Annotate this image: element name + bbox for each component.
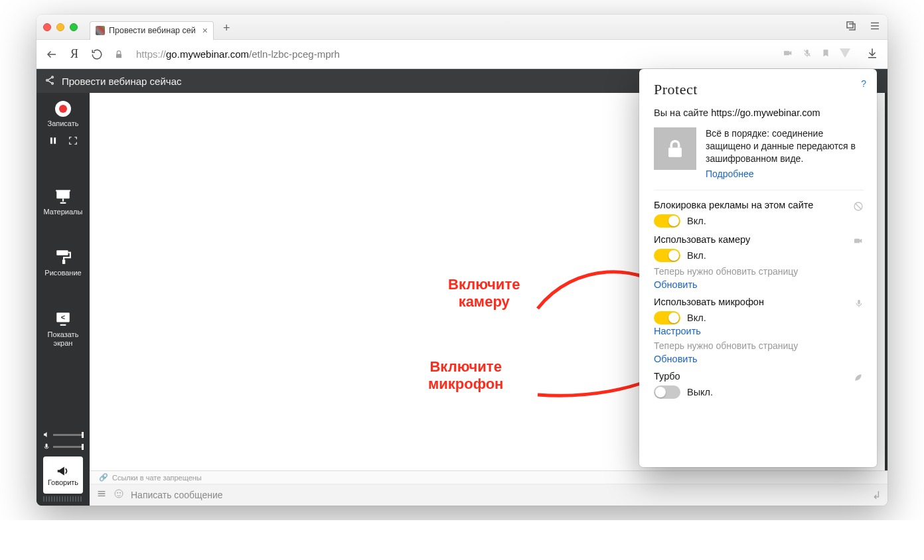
url-field[interactable]: https://go.mywebinar.com/etln-lzbc-pceg-… xyxy=(114,46,772,62)
url-scheme: https:// xyxy=(136,48,166,60)
record-button[interactable]: Записать xyxy=(37,97,90,132)
share-screen-icon: < xyxy=(54,309,72,328)
titlebar: Провести вебинар сей × + xyxy=(37,15,887,40)
svg-point-14 xyxy=(52,82,54,84)
camera-status-icon[interactable] xyxy=(783,48,793,61)
maximize-window-button[interactable] xyxy=(70,23,78,31)
back-button[interactable] xyxy=(46,48,58,60)
send-icon[interactable]: ↲ xyxy=(872,489,881,502)
mic-status-icon[interactable] xyxy=(803,48,812,61)
resize-grip[interactable] xyxy=(43,496,83,502)
camera-toggle[interactable] xyxy=(654,249,680,262)
tab-title: Провести вебинар сей xyxy=(109,26,196,35)
share-icon[interactable] xyxy=(44,75,55,88)
downloads-button[interactable] xyxy=(866,47,878,62)
megaphone-icon xyxy=(56,464,70,478)
svg-rect-23 xyxy=(56,251,68,256)
url-domain: go.mywebinar.com xyxy=(166,48,249,60)
close-window-button[interactable] xyxy=(43,23,51,31)
svg-rect-17 xyxy=(50,137,52,143)
panel-title: Protect xyxy=(654,81,864,98)
protect-panel: ? Protect Вы на сайте https://go.mywebin… xyxy=(639,69,877,467)
chat-area: 🔗 Ссылки в чате запрещены ↲ xyxy=(90,470,887,506)
mic-toggle[interactable] xyxy=(654,311,680,324)
security-more-link[interactable]: Подробнее xyxy=(706,168,864,180)
mic-refresh-link[interactable]: Обновить xyxy=(654,354,864,364)
browser-tab[interactable]: Провести вебинар сей × xyxy=(90,21,214,40)
setting-turbo: Турбо Выкл. xyxy=(654,371,864,399)
setting-camera: Использовать камеру Вкл. Теперь нужно об… xyxy=(654,234,864,290)
svg-rect-24 xyxy=(62,260,65,265)
paint-roller-icon xyxy=(54,247,72,266)
materials-button[interactable]: Материалы xyxy=(37,182,90,220)
svg-point-13 xyxy=(46,79,48,81)
panel-indicator xyxy=(840,48,850,58)
annotation-camera: Включитекамеру xyxy=(448,276,520,311)
lock-icon[interactable] xyxy=(114,46,129,62)
tab-close-button[interactable]: × xyxy=(202,25,208,36)
mic-volume-slider[interactable] xyxy=(42,443,84,451)
svg-rect-5 xyxy=(116,54,121,58)
speaker-volume-slider[interactable] xyxy=(42,431,84,439)
svg-point-36 xyxy=(119,492,120,493)
setting-microphone: Использовать микрофон Вкл. Настроить Теп… xyxy=(654,297,864,364)
emoji-icon[interactable] xyxy=(114,488,124,502)
adblock-toggle[interactable] xyxy=(654,214,680,228)
url-path: /etln-lzbc-pceg-mprh xyxy=(249,48,340,60)
camera-refresh-link[interactable]: Обновить xyxy=(654,279,864,290)
new-tab-button[interactable]: + xyxy=(219,21,234,35)
chat-hint: 🔗 Ссылки в чате запрещены xyxy=(90,471,887,484)
svg-point-35 xyxy=(117,492,117,493)
drawing-button[interactable]: Рисование xyxy=(37,244,90,281)
setting-adblock: Блокировка рекламы на этом сайте Вкл. xyxy=(654,200,864,228)
yandex-home-button[interactable]: Я xyxy=(68,48,80,60)
svg-rect-28 xyxy=(46,444,48,448)
pause-button[interactable] xyxy=(48,136,58,147)
collections-icon[interactable] xyxy=(845,20,857,35)
speak-button[interactable]: Говорить xyxy=(43,456,83,494)
tab-favicon xyxy=(96,26,105,35)
chat-input[interactable] xyxy=(131,490,866,500)
svg-point-12 xyxy=(52,76,54,78)
svg-text:<: < xyxy=(61,313,65,321)
svg-line-15 xyxy=(48,78,51,80)
webinar-title: Провести вебинар сейчас xyxy=(62,76,181,87)
annotation-mic: Включитемикрофон xyxy=(428,358,503,393)
svg-rect-0 xyxy=(847,22,853,28)
minimize-window-button[interactable] xyxy=(56,23,64,31)
panel-site-label: Вы на сайте https://go.mywebinar.com xyxy=(654,107,864,118)
chat-menu-icon[interactable] xyxy=(96,488,107,502)
help-icon[interactable]: ? xyxy=(861,78,866,89)
svg-point-34 xyxy=(115,490,123,498)
menu-icon[interactable] xyxy=(869,20,881,35)
record-icon xyxy=(55,101,71,117)
security-status: Всё в порядке: соединение защищено и дан… xyxy=(654,127,864,180)
rocket-icon xyxy=(853,372,864,385)
share-screen-button[interactable]: < Показатьэкран xyxy=(37,305,90,351)
svg-rect-37 xyxy=(668,148,682,157)
svg-rect-18 xyxy=(54,137,56,143)
microphone-icon xyxy=(854,298,864,311)
bookmark-icon[interactable] xyxy=(821,47,830,62)
link-icon: 🔗 xyxy=(99,473,108,482)
window-controls xyxy=(43,23,78,31)
reload-button[interactable] xyxy=(91,48,103,60)
svg-rect-40 xyxy=(854,238,860,243)
fullscreen-button[interactable] xyxy=(68,136,78,147)
svg-rect-19 xyxy=(56,190,70,198)
svg-line-16 xyxy=(48,80,51,82)
no-ads-icon xyxy=(853,201,864,214)
svg-line-39 xyxy=(856,204,861,209)
presentation-icon xyxy=(54,186,72,205)
webinar-sidebar: Записать Материалы xyxy=(37,69,90,506)
browser-window: Провести вебинар сей × + Я https://go. xyxy=(37,15,887,506)
mic-configure-link[interactable]: Настроить xyxy=(654,326,864,336)
turbo-toggle[interactable] xyxy=(654,385,680,399)
address-bar: Я https://go.mywebinar.com/etln-lzbc-pce… xyxy=(37,40,887,69)
svg-rect-41 xyxy=(858,299,860,304)
camera-icon xyxy=(853,236,864,248)
security-lock-icon xyxy=(654,127,696,170)
svg-rect-6 xyxy=(784,50,789,55)
